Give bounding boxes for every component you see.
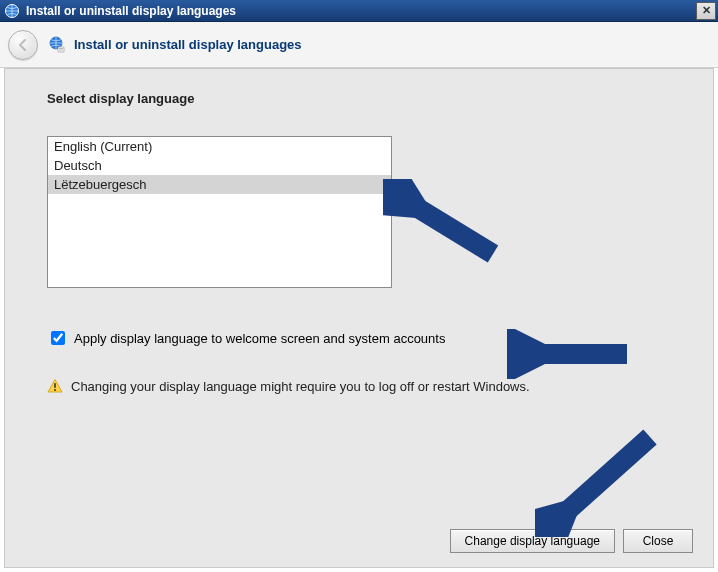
apply-checkbox-label[interactable]: Apply display language to welcome screen… [74, 331, 445, 346]
wizard-header: Install or uninstall display languages [0, 22, 718, 68]
section-heading: Select display language [47, 91, 681, 106]
language-listbox[interactable]: English (Current) Deutsch Lëtzebuergesch [47, 136, 392, 288]
titlebar-close-button[interactable]: ✕ [696, 2, 716, 20]
warning-text: Changing your display language might req… [71, 379, 530, 394]
svg-point-6 [54, 389, 56, 391]
svg-rect-2 [58, 47, 64, 52]
window-title: Install or uninstall display languages [26, 4, 696, 18]
annotation-arrow-icon [383, 179, 503, 269]
list-item[interactable]: Deutsch [48, 156, 391, 175]
annotation-arrow-icon [535, 427, 665, 537]
svg-line-9 [555, 437, 650, 522]
list-item[interactable]: Lëtzebuergesch [48, 175, 391, 194]
globe-icon [48, 36, 66, 54]
back-button[interactable] [8, 30, 38, 60]
apply-checkbox[interactable] [51, 331, 65, 345]
list-item[interactable]: English (Current) [48, 137, 391, 156]
close-button[interactable]: Close [623, 529, 693, 553]
app-icon [4, 3, 20, 19]
warning-icon [47, 378, 63, 394]
button-bar: Change display language Close [450, 529, 693, 553]
svg-line-7 [403, 199, 493, 254]
content-area: Select display language English (Current… [4, 68, 714, 568]
page-title: Install or uninstall display languages [74, 37, 302, 52]
warning-row: Changing your display language might req… [47, 378, 681, 394]
svg-rect-5 [54, 383, 56, 388]
apply-checkbox-row: Apply display language to welcome screen… [47, 328, 681, 348]
titlebar: Install or uninstall display languages ✕ [0, 0, 718, 22]
change-display-language-button[interactable]: Change display language [450, 529, 615, 553]
